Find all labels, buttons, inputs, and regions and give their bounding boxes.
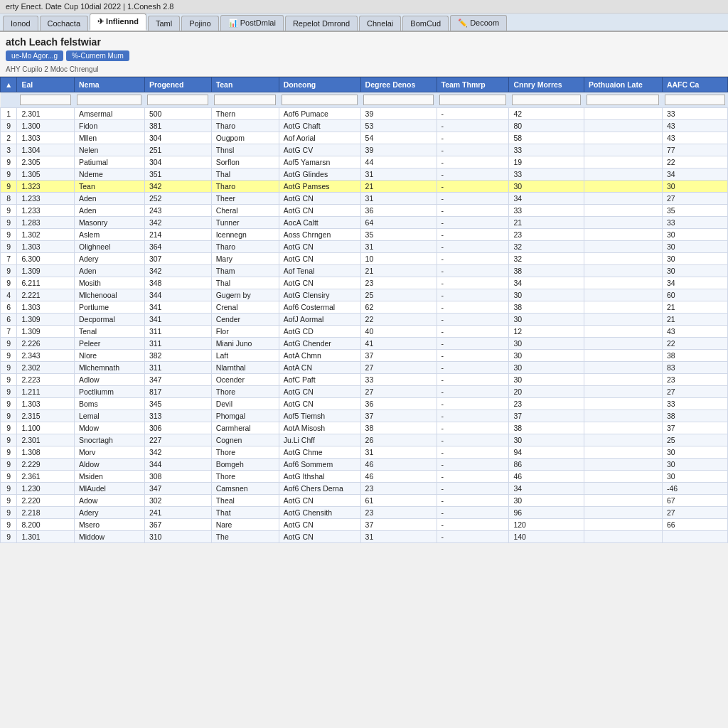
- row-progened: 382: [144, 350, 211, 362]
- row-nema: Aslem: [74, 229, 144, 241]
- table-row[interactable]: 91.283Masonry342TunnerAocA Caltt64-2133: [1, 217, 728, 229]
- tab-bomcud[interactable]: BomCud: [402, 16, 449, 31]
- table-row[interactable]: 71.309Tenal311FlorAotG CD40-1243: [1, 326, 728, 338]
- tab-taml[interactable]: Taml: [148, 16, 180, 31]
- tab-postdmlai[interactable]: 📊 PostDmlai: [220, 15, 284, 31]
- breadcrumb-btn2[interactable]: %-Cumern Mum: [66, 50, 129, 61]
- row-progened: 364: [144, 241, 211, 253]
- col-tean[interactable]: Tean: [211, 77, 279, 92]
- table-row[interactable]: 91.308Morv342ThoreAotG Chme31-9430: [1, 446, 728, 459]
- col-team-thmrp[interactable]: Team Thmrp: [437, 77, 509, 92]
- table-row[interactable]: 61.309Decpormal341CenderAofJ Aormal22-30…: [1, 314, 728, 326]
- filter-eal[interactable]: [17, 92, 75, 108]
- table-row[interactable]: 92.305Patiumal304SorflonAof5 Yamarsn44-1…: [1, 156, 728, 168]
- row-eal: 1.309: [17, 314, 75, 326]
- tab-pojino[interactable]: Pojino: [181, 16, 219, 31]
- table-row[interactable]: 92.220Adow302ThealAotG CN61-3067: [1, 495, 728, 507]
- filter-degree-input[interactable]: [363, 95, 434, 105]
- tab-ionod[interactable]: Ionod: [3, 16, 38, 31]
- row-nema: Olighneel: [74, 241, 144, 253]
- row-nema: Decpormal: [74, 314, 144, 326]
- table-row[interactable]: 81.233Aden252TheerAotG CN31-3427: [1, 193, 728, 205]
- col-cnnry-morres[interactable]: Cnnry Morres: [509, 77, 584, 92]
- filter-aafc[interactable]: [662, 92, 727, 108]
- filter-nema-input[interactable]: [77, 95, 141, 105]
- tab-repelot-dmrond[interactable]: Repelot Dmrond: [285, 16, 358, 31]
- filter-team-thmrp[interactable]: [437, 92, 509, 108]
- table-row[interactable]: 91.302Aslem214IcennegnAoss Chrngen35-233…: [1, 229, 728, 241]
- breadcrumb-btn1[interactable]: ue-Mo Agor...g: [6, 50, 63, 61]
- row-progened: 342: [144, 446, 211, 459]
- filter-pothuaion-input[interactable]: [587, 95, 659, 105]
- table-row[interactable]: 21.303Mllen304OugpomAof Aorial54-5843: [1, 132, 728, 144]
- filter-doneong[interactable]: [279, 92, 360, 108]
- table-row[interactable]: 92.218Adery241ThatAotG Chensith23-9627: [1, 507, 728, 519]
- col-progened[interactable]: Progened: [144, 77, 211, 92]
- table-row[interactable]: 91.100Mdow306CarmheralAotA Misosh38-3837: [1, 422, 728, 434]
- table-row[interactable]: 91.303Olighneel364TharoAotG CN31-3230: [1, 241, 728, 253]
- filter-nema[interactable]: [74, 92, 144, 108]
- table-row[interactable]: 91.305Ndeme351ThalAotG Glindes31-3334: [1, 168, 728, 181]
- table-row[interactable]: 76.300Adery307MaryAotG CN10-3230: [1, 253, 728, 265]
- filter-degree[interactable]: [360, 92, 437, 108]
- filter-tean[interactable]: [211, 92, 279, 108]
- table-row[interactable]: 92.301Snocrtagh227CognenJu.Li Chff26-302…: [1, 434, 728, 446]
- row-num: 9: [1, 181, 17, 193]
- table-row[interactable]: 91.309Aden342ThamAof Tenal21-3830: [1, 265, 728, 277]
- filter-aafc-input[interactable]: [665, 95, 724, 105]
- table-row[interactable]: 92.229Aldow344BomgehAof6 Sommem46-8630: [1, 459, 728, 471]
- table-row[interactable]: 91.230MlAudel347CamsnenAof6 Chers Derna2…: [1, 483, 728, 495]
- row-degree: 33: [360, 374, 437, 386]
- row-progened: 817: [144, 386, 211, 398]
- tab-bar: IonodCochacta✈ InflienndTamlPojino📊 Post…: [0, 14, 728, 32]
- table-row[interactable]: 31.304Nelen251ThnslAotG CV39-3377: [1, 144, 728, 156]
- table-row[interactable]: 91.211Poctliumm817ThoreAotG CN27-2027: [1, 386, 728, 398]
- col-pothuaion-late[interactable]: Pothuaion Late: [584, 77, 662, 92]
- table-row[interactable]: 92.223Adlow347OcenderAofC Paft33-3023: [1, 374, 728, 386]
- col-aafc-ca[interactable]: AAFC Ca: [662, 77, 727, 92]
- row-pothuaion: [584, 168, 662, 181]
- row-aafc: 21: [662, 314, 727, 326]
- table-row[interactable]: 42.221Mlchenooal344Gugern byAotG Clensir…: [1, 289, 728, 301]
- row-aafc: 22: [662, 338, 727, 350]
- table-row[interactable]: 92.361Msiden308ThoreAotG Ithshal46-4630: [1, 471, 728, 483]
- table-row[interactable]: 98.200Msero367NareAotG CN37-12066: [1, 519, 728, 531]
- row-progened: 345: [144, 398, 211, 410]
- filter-cnnry[interactable]: [509, 92, 584, 108]
- filter-progened-input[interactable]: [147, 95, 208, 105]
- col-doneong[interactable]: Doneong: [279, 77, 360, 92]
- col-eal[interactable]: Eal: [17, 77, 75, 92]
- table-row[interactable]: 91.323Tean342TharoAotG Pamses21-3030: [1, 181, 728, 193]
- row-team-thmrp: -: [437, 181, 509, 193]
- col-num[interactable]: ▲: [1, 77, 17, 92]
- row-nema: Tenal: [74, 326, 144, 338]
- tab-decoom[interactable]: ✏️ Decoom: [450, 15, 507, 31]
- table-row[interactable]: 61.303Portlume341CrenalAof6 Costermal62-…: [1, 301, 728, 314]
- filter-doneong-input[interactable]: [282, 95, 358, 105]
- filter-eal-input[interactable]: [20, 95, 72, 105]
- table-row[interactable]: 91.301Middow310TheAotG CN31-140: [1, 531, 728, 543]
- filter-progened[interactable]: [144, 92, 211, 108]
- table-row[interactable]: 12.301Amsermal500ThernAof6 Pumace39-4233: [1, 108, 728, 120]
- filter-team-thmrp-input[interactable]: [439, 95, 506, 105]
- row-doneong: AotG CV: [279, 144, 360, 156]
- table-row[interactable]: 91.303Boms345DevilAotG CN36-2333: [1, 398, 728, 410]
- filter-tean-input[interactable]: [214, 95, 276, 105]
- row-cnnry: 21: [509, 217, 584, 229]
- tab-cochacta[interactable]: Cochacta: [40, 16, 88, 31]
- table-row[interactable]: 92.315Lemal313PhomgalAof5 Tiemsh37-3738: [1, 410, 728, 422]
- tab-chnelai[interactable]: Chnelai: [359, 16, 401, 31]
- col-degree-denos[interactable]: Degree Denos: [360, 77, 437, 92]
- table-row[interactable]: 92.302Mlchemnath311NlarnthalAotA CN27-30…: [1, 362, 728, 374]
- tab-infliennd[interactable]: ✈ Infliennd: [90, 14, 146, 31]
- table-row[interactable]: 92.226Peleer311Miani JunoAotG Chender41-…: [1, 338, 728, 350]
- table-row[interactable]: 91.300Fidon381TharoAotG Chaft53-8043: [1, 120, 728, 132]
- table-row[interactable]: 91.233Aden243CheralAotG CN36-3335: [1, 205, 728, 217]
- table-row[interactable]: 96.211Mosith348ThalAotG CN23-3434: [1, 277, 728, 289]
- table-row[interactable]: 92.343Nlore382LaftAotA Chmn37-3038: [1, 350, 728, 362]
- filter-pothuaion[interactable]: [584, 92, 662, 108]
- col-nema[interactable]: Nema: [74, 77, 144, 92]
- filter-cnnry-input[interactable]: [512, 95, 582, 105]
- row-nema: Adery: [74, 507, 144, 519]
- row-aafc: 27: [662, 386, 727, 398]
